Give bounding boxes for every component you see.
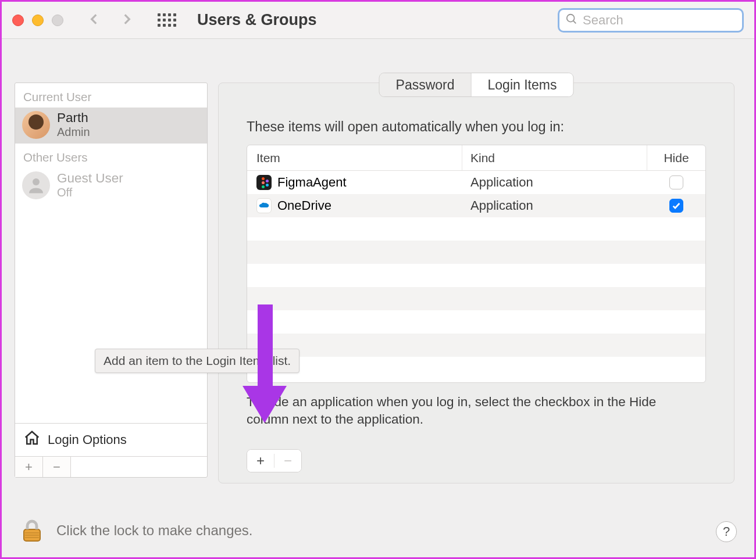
- hide-checkbox[interactable]: [669, 175, 683, 189]
- maximize-window-button[interactable]: [52, 15, 63, 26]
- other-users-heading: Other Users: [15, 144, 207, 168]
- column-item[interactable]: Item: [247, 145, 462, 170]
- users-sidebar: Current User Parth Admin Other Users Gue…: [15, 83, 208, 478]
- current-user-heading: Current User: [15, 83, 207, 107]
- user-role: Admin: [57, 126, 90, 139]
- login-items-table: Item Kind Hide FigmaAgent Application: [247, 145, 706, 383]
- tab-password[interactable]: Password: [380, 73, 471, 96]
- remove-login-item-button[interactable]: −: [274, 450, 301, 472]
- item-kind: Application: [462, 171, 647, 194]
- sidebar-user-guest[interactable]: Guest User Off: [15, 168, 207, 204]
- user-name: Parth: [57, 111, 90, 126]
- back-button[interactable]: [87, 12, 102, 29]
- forward-button[interactable]: [119, 12, 134, 29]
- column-hide[interactable]: Hide: [647, 145, 705, 170]
- svg-point-2: [33, 178, 40, 185]
- search-icon: [565, 13, 578, 28]
- nav-arrows: [87, 12, 134, 29]
- search-field[interactable]: [558, 8, 744, 33]
- minimize-window-button[interactable]: [32, 15, 44, 26]
- page-title: Users & Groups: [197, 11, 317, 29]
- window-frame: Users & Groups Current User Parth Admin …: [0, 0, 756, 559]
- add-user-button[interactable]: +: [15, 457, 43, 477]
- item-name: OneDrive: [277, 198, 331, 213]
- table-row[interactable]: FigmaAgent Application: [247, 171, 705, 194]
- user-name: Guest User: [57, 171, 123, 186]
- search-input[interactable]: [583, 13, 743, 28]
- svg-line-1: [573, 20, 576, 23]
- tab-bar: Password Login Items: [379, 73, 574, 97]
- svg-point-0: [567, 14, 575, 21]
- content-area: Current User Parth Admin Other Users Gue…: [2, 41, 754, 557]
- table-row[interactable]: OneDrive Application: [247, 194, 705, 217]
- close-window-button[interactable]: [12, 15, 24, 26]
- lock-row: Click the lock to make changes.: [18, 517, 253, 544]
- login-options-button[interactable]: Login Options: [15, 423, 207, 456]
- avatar-icon: [22, 111, 50, 139]
- sidebar-user-current[interactable]: Parth Admin: [15, 107, 207, 144]
- help-button[interactable]: ?: [716, 521, 737, 542]
- window-controls: [12, 15, 63, 26]
- figma-app-icon: [256, 175, 272, 190]
- tab-login-items[interactable]: Login Items: [471, 73, 573, 96]
- login-items-intro: These items will open automatically when…: [247, 119, 564, 135]
- main-panel: Password Login Items These items will op…: [218, 83, 734, 483]
- hide-hint-text: To hide an application when you log in, …: [247, 393, 699, 429]
- hide-checkbox[interactable]: [669, 199, 683, 213]
- sidebar-add-remove: + −: [15, 456, 207, 477]
- login-items-add-remove: + −: [247, 449, 302, 472]
- house-icon: [23, 429, 41, 450]
- onedrive-app-icon: [256, 198, 272, 213]
- avatar-placeholder-icon: [22, 171, 50, 199]
- annotation-arrow-icon: [245, 304, 286, 432]
- add-login-item-button[interactable]: +: [247, 450, 274, 472]
- item-kind: Application: [462, 194, 647, 217]
- item-name: FigmaAgent: [277, 175, 347, 190]
- login-options-label: Login Options: [48, 432, 127, 447]
- show-all-button[interactable]: [158, 13, 176, 27]
- table-header: Item Kind Hide: [247, 145, 705, 171]
- toolbar: Users & Groups: [2, 2, 754, 39]
- lock-icon[interactable]: [18, 517, 46, 544]
- user-role: Off: [57, 186, 123, 199]
- remove-user-button[interactable]: −: [43, 457, 71, 477]
- column-kind[interactable]: Kind: [462, 145, 647, 170]
- lock-hint: Click the lock to make changes.: [56, 522, 253, 539]
